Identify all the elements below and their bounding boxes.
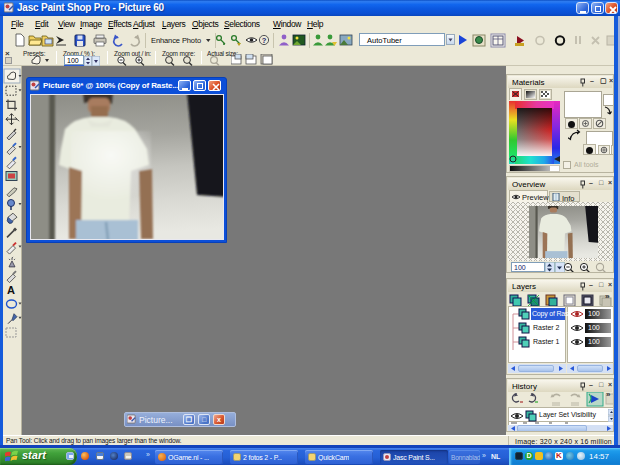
svg-text:A: A xyxy=(7,284,15,296)
svg-text:Enhance Photo: Enhance Photo xyxy=(151,36,201,45)
svg-text:?: ? xyxy=(262,36,267,45)
